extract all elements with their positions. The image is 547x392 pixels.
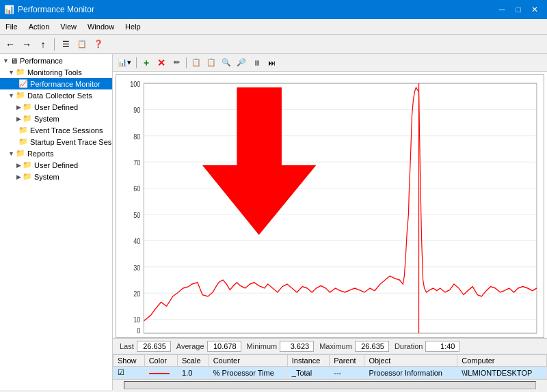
- menu-help[interactable]: Help: [120, 20, 146, 33]
- toolbar-back[interactable]: ←: [3, 37, 18, 52]
- maximize-button[interactable]: □: [510, 3, 526, 16]
- sidebar-label-reports: Reports: [27, 150, 54, 158]
- paste-data-btn[interactable]: 📋: [204, 56, 218, 70]
- content-area: 📊▾ + ✕ ✏ 📋 📋 🔍 🔎 ⏸ ⏭: [113, 54, 547, 390]
- copy-data-btn[interactable]: 📋: [189, 56, 203, 70]
- scroll-track[interactable]: [124, 381, 536, 389]
- sidebar-item-system-dc[interactable]: ▶ 📁 System: [0, 113, 112, 124]
- add-counter-btn[interactable]: +: [139, 56, 153, 70]
- cell-object: Processor Information: [364, 367, 457, 379]
- inner-toolbar: 📊▾ + ✕ ✏ 📋 📋 🔍 🔎 ⏸ ⏭: [113, 54, 547, 72]
- properties-btn[interactable]: 🔍: [219, 56, 233, 70]
- table-header-row: Show Color Scale Counter Instance Parent…: [114, 355, 547, 367]
- menu-file[interactable]: File: [0, 20, 23, 33]
- sidebar-item-user-defined-rpt[interactable]: ▶ 📁 User Defined: [0, 159, 112, 171]
- sidebar-label-user-defined-dc: User Defined: [34, 103, 78, 111]
- minimize-button[interactable]: ─: [494, 3, 510, 16]
- min-label: Minimum: [247, 342, 278, 350]
- performance-icon: 🖥: [10, 57, 18, 65]
- max-label: Maximum: [319, 342, 352, 350]
- svg-text:10: 10: [133, 316, 141, 324]
- bottom-scrollbar[interactable]: [113, 379, 547, 390]
- sidebar-label-startup-trace: Startup Event Trace Ses...: [30, 138, 112, 146]
- reports-icon: 📁: [16, 149, 25, 158]
- svg-text:17:28:35: 17:28:35: [290, 335, 311, 337]
- svg-text:60: 60: [133, 185, 141, 193]
- app-icon: 📊: [4, 5, 14, 14]
- title-bar-controls: ─ □ ✕: [494, 3, 543, 16]
- sidebar-item-startup-trace[interactable]: 📁 Startup Event Trace Ses...: [0, 136, 112, 148]
- perf-monitor-icon: 📈: [18, 79, 28, 88]
- expand-userdefined-rpt-icon: ▶: [16, 162, 21, 169]
- col-color: Color: [144, 355, 177, 367]
- toolbar-up[interactable]: ↑: [36, 37, 51, 52]
- last-label: Last: [120, 342, 134, 350]
- delete-counter-btn[interactable]: ✕: [155, 56, 168, 70]
- chart-container: 100 90 80 70 60 50 40 30 20 10 0 17:27:5…: [116, 74, 544, 338]
- view-graph-btn[interactable]: 📊▾: [116, 56, 133, 70]
- monitoring-tools-icon: 📁: [16, 68, 25, 76]
- sidebar-scroll[interactable]: ▼ 🖥 Performance ▼ 📁 Monitoring Tools 📈 P…: [0, 55, 112, 389]
- startup-trace-icon: 📁: [18, 137, 28, 146]
- cell-instance: _Total: [287, 367, 329, 379]
- cell-scale: 1.0: [178, 367, 209, 379]
- expand-system-rpt-icon: ▶: [16, 173, 21, 180]
- expand-performance-icon: ▼: [3, 57, 9, 64]
- svg-text:17:29:05: 17:29:05: [408, 335, 429, 337]
- table-row[interactable]: ☑ 1.0 % Processor Time _Total --- Proces…: [114, 367, 547, 379]
- user-defined-dc-icon: 📁: [23, 102, 32, 111]
- sidebar-item-monitoring-tools[interactable]: ▼ 📁 Monitoring Tools: [0, 66, 112, 78]
- col-object: Object: [364, 355, 457, 367]
- svg-text:17:27:54: 17:27:54: [133, 335, 155, 337]
- max-value: 26.635: [355, 341, 389, 352]
- cell-show: ☑: [114, 367, 145, 379]
- performance-chart: 100 90 80 70 60 50 40 30 20 10 0 17:27:5…: [116, 75, 544, 337]
- menu-action[interactable]: Action: [23, 20, 55, 33]
- svg-text:20: 20: [133, 290, 141, 298]
- svg-text:70: 70: [133, 158, 141, 167]
- sidebar-item-reports[interactable]: ▼ 📁 Reports: [0, 148, 112, 159]
- col-computer: Computer: [457, 355, 547, 367]
- last-value: 26.635: [137, 341, 171, 352]
- duration-label: Duration: [395, 342, 423, 350]
- svg-text:17:28:45: 17:28:45: [330, 335, 351, 337]
- event-trace-icon: 📁: [18, 126, 28, 135]
- sidebar-item-event-trace[interactable]: 📁 Event Trace Sessions: [0, 124, 112, 136]
- sidebar-item-user-defined-dc[interactable]: ▶ 📁 User Defined: [0, 101, 112, 113]
- cell-counter: % Processor Time: [209, 367, 287, 379]
- table-wrapper[interactable]: Show Color Scale Counter Instance Parent…: [113, 354, 547, 379]
- toolbar-properties[interactable]: 📋: [75, 37, 90, 52]
- system-rpt-icon: 📁: [23, 172, 32, 181]
- data-collector-icon: 📁: [16, 91, 25, 100]
- toolbar-show-hide-tree[interactable]: ☰: [58, 37, 73, 52]
- svg-rect-0: [116, 75, 544, 337]
- min-value: 3.623: [280, 341, 314, 352]
- avg-label: Average: [176, 342, 204, 350]
- update-btn[interactable]: ⏭: [265, 56, 278, 70]
- col-scale: Scale: [178, 355, 209, 367]
- cell-parent: ---: [330, 367, 364, 379]
- sidebar-label-system-dc: System: [34, 115, 59, 123]
- close-button[interactable]: ✕: [526, 3, 543, 16]
- expand-userdefined-dc-icon: ▶: [16, 104, 21, 111]
- menu-window[interactable]: Window: [82, 20, 120, 33]
- svg-text:17:28:55: 17:28:55: [369, 335, 390, 337]
- toolbar-forward[interactable]: →: [19, 37, 34, 52]
- sidebar-item-perf-monitor[interactable]: 📈 Performance Monitor: [0, 78, 112, 89]
- pause-btn[interactable]: ⏸: [250, 56, 263, 70]
- sidebar-item-data-collector[interactable]: ▼ 📁 Data Collector Sets: [0, 89, 112, 101]
- sidebar-item-system-rpt[interactable]: ▶ 📁 System: [0, 171, 112, 182]
- sidebar-label-monitoring-tools: Monitoring Tools: [27, 68, 82, 76]
- toolbar-help[interactable]: ❓: [91, 37, 106, 52]
- svg-text:50: 50: [133, 211, 141, 219]
- highlight-btn[interactable]: ✏: [170, 56, 183, 70]
- expand-reports-icon: ▼: [8, 150, 14, 157]
- zoom-btn[interactable]: 🔎: [235, 56, 248, 70]
- sidebar-label-user-defined-rpt: User Defined: [34, 161, 78, 169]
- svg-text:17:28:15: 17:28:15: [212, 335, 233, 337]
- sidebar-item-performance[interactable]: ▼ 🖥 Performance: [0, 55, 112, 66]
- user-defined-rpt-icon: 📁: [23, 160, 32, 169]
- main-container: ▼ 🖥 Performance ▼ 📁 Monitoring Tools 📈 P…: [0, 54, 547, 390]
- col-show: Show: [114, 355, 145, 367]
- menu-view[interactable]: View: [55, 20, 82, 33]
